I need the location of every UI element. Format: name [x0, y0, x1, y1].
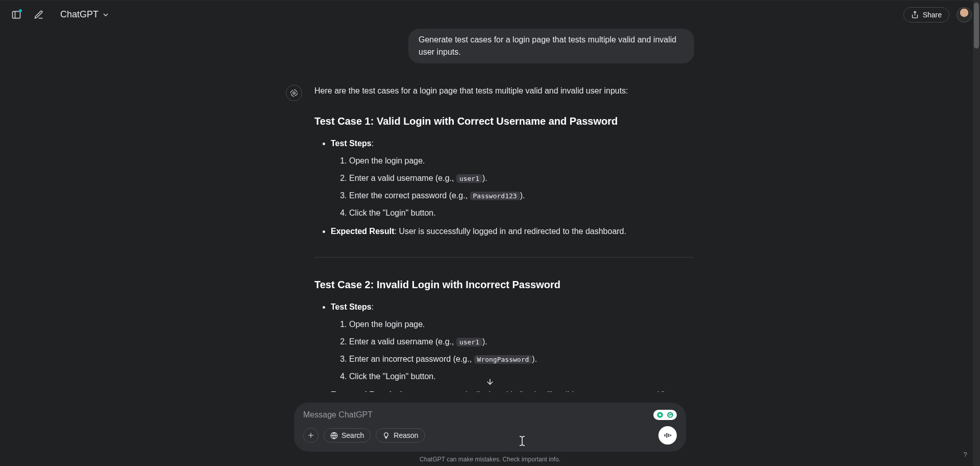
model-name-label: ChatGPT	[60, 9, 99, 20]
tc2-steps-label: Test Steps	[331, 302, 372, 311]
list-item: Test Steps: Open the login page. Enter a…	[331, 136, 694, 220]
reason-button[interactable]: Reason	[376, 428, 425, 442]
tc1-expected-text: : User is successfully logged in and red…	[394, 227, 626, 236]
assistant-content: Here are the test cases for a login page…	[314, 84, 694, 392]
user-message-bubble: Generate test cases for a login page tha…	[408, 29, 694, 63]
bulb-icon	[382, 432, 390, 439]
loom-icon	[656, 411, 664, 419]
search-label: Search	[341, 431, 364, 439]
svg-point-7	[667, 412, 673, 418]
help-icon: ?	[963, 451, 967, 458]
scroll-to-bottom-button[interactable]	[483, 375, 497, 388]
reason-label: Reason	[394, 431, 418, 439]
user-message-row: Generate test cases for a login page tha…	[286, 29, 694, 63]
tc1-step-3: Enter the correct password (e.g., Passwo…	[349, 189, 694, 203]
voice-input-button[interactable]	[658, 426, 677, 445]
composer-bottom-row: Search Reason	[303, 426, 677, 445]
tc1-steps-label: Test Steps	[331, 139, 372, 148]
new-chat-button[interactable]	[31, 7, 47, 23]
svg-point-3	[293, 92, 296, 95]
notification-dot-icon	[19, 9, 22, 12]
tc1-step-4: Click the "Login" button.	[349, 206, 694, 220]
tc2-expected-label: Expected Result	[331, 390, 394, 392]
tc1-heading: Test Case 1: Valid Login with Correct Us…	[314, 112, 694, 130]
disclaimer-text: ChatGPT can make mistakes. Check importa…	[420, 456, 560, 463]
divider	[314, 257, 694, 258]
top-bar: ChatGPT Share	[0, 0, 980, 29]
code-inline: user1	[456, 338, 482, 346]
search-web-button[interactable]: Search	[324, 428, 371, 442]
model-switcher[interactable]: ChatGPT	[56, 6, 114, 23]
svg-rect-0	[13, 11, 20, 18]
avatar[interactable]	[957, 7, 972, 22]
tc2-step-4: Click the "Login" button.	[349, 369, 694, 384]
assistant-message-row: Here are the test cases for a login page…	[286, 84, 694, 392]
user-message-text: Generate test cases for a login page tha…	[419, 35, 676, 56]
share-label: Share	[923, 11, 942, 19]
composer-area: Search Reason ChatGPT can make mistakes.…	[0, 403, 980, 466]
tc2-step-2: Enter a valid username (e.g., user1).	[349, 335, 694, 349]
code-inline: WrongPassword	[474, 355, 532, 364]
help-button[interactable]: ?	[960, 449, 971, 460]
composer-top-row	[303, 410, 677, 420]
assistant-avatar	[286, 85, 302, 101]
top-right-controls: Share	[903, 7, 972, 22]
extension-badge[interactable]	[653, 410, 677, 420]
tc1-step-1: Open the login page.	[349, 154, 694, 168]
tc2-step-3: Enter an incorrect password (e.g., Wrong…	[349, 352, 694, 366]
toggle-sidebar-button[interactable]	[8, 7, 24, 23]
list-item: Expected Result: An error message is dis…	[331, 388, 694, 392]
assistant-intro-text: Here are the test cases for a login page…	[314, 84, 694, 98]
message-input[interactable]	[303, 410, 653, 420]
tc2-heading: Test Case 2: Invalid Login with Incorrec…	[314, 276, 694, 294]
list-item: Expected Result: User is successfully lo…	[331, 224, 694, 239]
tc2-expected-text: : An error message is displayed indicati…	[394, 390, 664, 392]
composer: Search Reason	[294, 403, 686, 452]
share-button[interactable]: Share	[903, 7, 949, 22]
openai-logo-icon	[289, 88, 299, 98]
arrow-down-icon	[485, 377, 495, 386]
tc1-step-2: Enter a valid username (e.g., user1).	[349, 171, 694, 185]
chat-scroll-area[interactable]: Generate test cases for a login page tha…	[0, 29, 980, 392]
tc2-step-1: Open the login page.	[349, 317, 694, 332]
svg-point-6	[659, 414, 662, 416]
attach-button[interactable]	[303, 428, 318, 443]
scrollbar-track[interactable]	[973, 1, 980, 466]
code-inline: user1	[456, 174, 482, 183]
list-item: Test Steps: Open the login page. Enter a…	[331, 300, 694, 384]
plus-icon	[307, 431, 315, 439]
grammarly-icon	[666, 411, 674, 419]
chevron-down-icon	[102, 11, 110, 19]
audio-bars-icon	[663, 431, 672, 440]
globe-icon	[330, 432, 338, 439]
compose-icon	[34, 10, 44, 20]
scrollbar-thumb[interactable]	[974, 3, 979, 49]
chat-inner: Generate test cases for a login page tha…	[286, 29, 694, 392]
top-left-controls: ChatGPT	[8, 6, 114, 23]
code-inline: Password123	[470, 192, 520, 200]
tc1-expected-label: Expected Result	[331, 227, 394, 236]
share-icon	[911, 11, 919, 18]
